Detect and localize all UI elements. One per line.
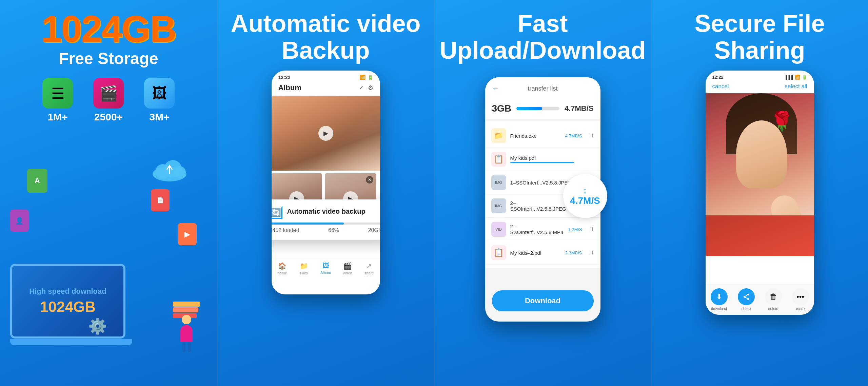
share-bottom-bar: ⬇ download share 🗑 delete [706, 284, 814, 315]
more-action-label: more [796, 307, 805, 311]
transfer-speed-bar: 3GB 4.7MB/S [485, 98, 600, 119]
storage-used: 3GB [492, 103, 512, 114]
panel-transfer: Fast Upload/Download ← transfer list 3GB… [434, 0, 651, 386]
speed-display: 4.7MB/S [565, 104, 594, 113]
file-speed-kids2: 2.3MB/S [565, 250, 582, 255]
file-name-mp4: 2–SSOInterf...V2.5.8.MP4 [510, 224, 564, 235]
file-name-kids-wrapper: My kids.pdf [510, 155, 590, 163]
share-phone-mockup: 12:22 ▐▐▐📶🔋 cancel select all 🌹 [706, 71, 814, 315]
checkmark-icon[interactable]: ✓ [359, 84, 364, 92]
transfer-speed-value: 4.7M/S [570, 195, 600, 206]
progress-percent: 66% [328, 227, 339, 233]
docs-icon: ☰ [42, 78, 73, 109]
svg-point-7 [747, 298, 749, 300]
filter-icon[interactable]: ⚙ [368, 84, 373, 92]
feature-icons-row: ☰ 1M+ 🎬 2500+ 🖼 3M+ [42, 78, 175, 123]
share-status-icons: ▐▐▐📶🔋 [784, 75, 807, 80]
file-progress-bar [510, 162, 574, 163]
share-action-download[interactable]: ⬇ download [706, 288, 733, 311]
share-action-delete[interactable]: 🗑 delete [760, 288, 787, 311]
share-status-bar: 12:22 ▐▐▐📶🔋 [706, 71, 814, 81]
back-icon[interactable]: ← [492, 84, 499, 93]
icon-item-2: 🎬 2500+ [93, 78, 124, 123]
share-photo-area: 🌹 [706, 93, 814, 256]
status-icons: 📶🔋 [360, 75, 373, 80]
panel-storage: 1024GB Free Storage ☰ 1M+ 🎬 2500+ 🖼 3M+ [0, 0, 217, 386]
nav-video[interactable]: 🎬 Video [337, 262, 358, 275]
share-select-all-button[interactable]: select all [785, 83, 807, 90]
laptop-illustration: High speed download 1024GB [10, 264, 132, 345]
nav-files[interactable]: 📁 Files [293, 262, 315, 275]
storage-badge: 1024GB [29, 298, 106, 315]
download-action-label: download [711, 307, 727, 311]
file-item-mp4: VID 2–SSOInterf...V2.5.8.MP4 1.2M/S ⏸ [485, 218, 600, 241]
folder-icon: 📁 [491, 128, 506, 143]
file-name-jpeg2: 2–SSOInterf...V2.5.8.JPEG [510, 200, 568, 212]
backup-progress-bar [272, 223, 380, 225]
illustration-area: A 📄 👤 ▶ High speed download 1024GB [0, 149, 217, 386]
pause-icon-1[interactable]: ⏸ [589, 133, 594, 139]
album-header: Album ✓ ⚙ [272, 82, 380, 96]
file-item-friends: 📁 Friends.exe 4.7MB/S ⏸ [485, 124, 600, 148]
sharing-title: Secure File Sharing [651, 10, 868, 64]
icon-label-2: 2500+ [94, 111, 123, 123]
play-button-large[interactable]: ▶ [318, 126, 333, 141]
img-icon-2: IMG [491, 198, 506, 213]
backup-title: Automatic video Backup [231, 10, 420, 64]
phone-status-bar: 12:22 📶🔋 [272, 71, 380, 82]
transfer-arrows-icon: ↕ [583, 186, 587, 195]
file-name-friends: Friends.exe [510, 133, 561, 139]
panel-backup: Automatic video Backup 12:22 📶🔋 Album ✓ … [217, 0, 434, 386]
share-phone-time: 12:22 [712, 75, 724, 80]
close-photo-button[interactable]: ✕ [366, 176, 373, 184]
file-item-kids: 📋 My kids.pdf [485, 148, 600, 171]
nav-home[interactable]: 🏠 home [272, 262, 293, 275]
file-speed-friends: 4.7MB/S [565, 133, 582, 138]
icon-label-1: 1M+ [47, 111, 67, 123]
album-title: Album [278, 83, 301, 92]
storage-size: 1024GB [41, 10, 176, 47]
img-icon-1: IMG [491, 175, 506, 190]
loaded-count: 3452 loaded [272, 227, 299, 233]
mp4-icon: VID [491, 222, 506, 237]
backup-popup-title: Automatic video backup [287, 208, 366, 215]
nav-album[interactable]: 🖼 Album [315, 262, 337, 275]
pause-icon-4[interactable]: ⏸ [589, 226, 594, 232]
file-name-kids: My kids.pdf [510, 155, 590, 161]
share-action-more[interactable]: ••• more [787, 288, 814, 311]
speed-bar-track [516, 107, 559, 110]
loading-spinner: 🔄 [272, 206, 282, 219]
album-icons: ✓ ⚙ [359, 84, 373, 92]
storage-label: Free Storage [59, 49, 158, 68]
backup-size: 20GB [368, 227, 380, 233]
pause-icon-5[interactable]: ⏸ [589, 250, 594, 256]
float-file-a: A [27, 169, 47, 193]
icon-item-1: ☰ 1M+ [42, 78, 73, 123]
gear-icon: ⚙️ [88, 317, 107, 335]
file-name-kids2: My kids–2.pdf [510, 250, 561, 256]
file-speed-mp4: 1.2M/S [568, 227, 582, 232]
share-action-label: share [742, 307, 751, 311]
bottom-nav: 🏠 home 📁 Files 🖼 Album 🎬 Video ↗ share [272, 259, 380, 278]
download-button[interactable]: Download [492, 290, 594, 311]
file-item-kids2: 📋 My kids–2.pdf 2.3MB/S ⏸ [485, 241, 600, 265]
share-top-bar: cancel select all [706, 81, 814, 93]
svg-point-5 [747, 294, 749, 296]
svg-line-8 [745, 297, 747, 299]
share-action-share[interactable]: share [733, 288, 760, 311]
share-cancel-button[interactable]: cancel [712, 83, 729, 90]
transfer-title: Fast Upload/Download [434, 10, 651, 64]
share-action-icon [738, 288, 755, 305]
video-icon: 🎬 [93, 78, 124, 109]
transfer-header: ← transfer list [485, 77, 600, 98]
download-action-icon: ⬇ [711, 288, 728, 305]
float-file-orange: ▶ [178, 223, 197, 245]
person-figure [173, 302, 200, 352]
delete-action-icon: 🗑 [765, 288, 782, 305]
high-speed-text: High speed download [29, 287, 106, 296]
nav-share[interactable]: ↗ share [358, 262, 380, 275]
backup-popup: 🔄 Automatic video backup 3452 loaded 66%… [272, 199, 380, 240]
pdf-icon: 📋 [491, 152, 506, 167]
panel-sharing: Secure File Sharing 12:22 ▐▐▐📶🔋 cancel s… [651, 0, 868, 386]
transfer-phone-wrapper: ← transfer list 3GB 4.7MB/S 📁 Friends.ex… [485, 71, 600, 322]
